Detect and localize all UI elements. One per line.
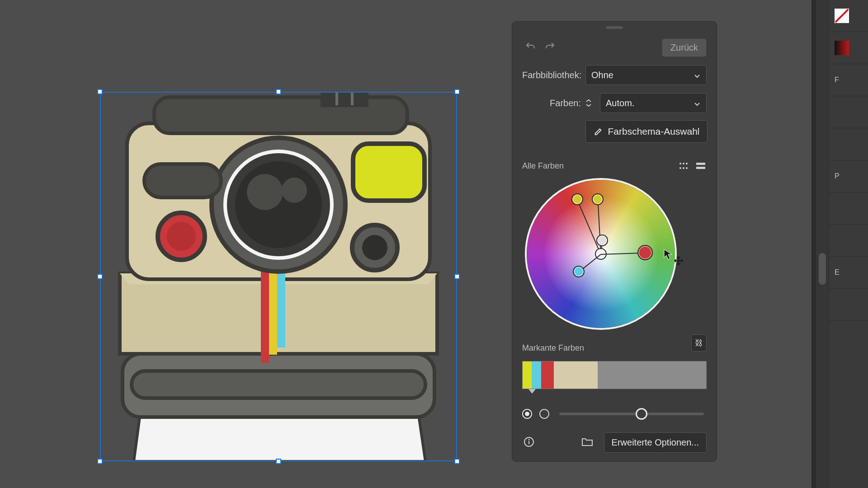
dock-panel-stub[interactable]: [829, 289, 868, 321]
svg-point-25: [362, 235, 387, 260]
advanced-options-button[interactable]: Erweiterte Optionen...: [604, 432, 707, 453]
dock-panel-stub[interactable]: E: [829, 257, 868, 289]
library-dropdown[interactable]: Ohne: [585, 65, 707, 85]
color-theme-picker-button[interactable]: Farbschema-Auswahl: [585, 120, 708, 143]
brightness-radio-a[interactable]: [522, 409, 532, 419]
wheel-mode-bars-icon[interactable]: [695, 161, 707, 171]
undo-button[interactable]: [522, 39, 538, 56]
resize-handle-tl[interactable]: [97, 89, 103, 94]
eyedropper-icon: [593, 126, 603, 138]
prominent-colors-caret[interactable]: [528, 389, 536, 394]
svg-point-23: [167, 222, 196, 251]
dock-panel-stub[interactable]: F: [829, 64, 868, 96]
wheel-mode-dots-icon[interactable]: [678, 161, 689, 171]
reset-button[interactable]: Zurück: [662, 38, 707, 57]
svg-rect-12: [269, 268, 277, 355]
dock-panel-stub[interactable]: [829, 32, 868, 64]
chevron-down-icon: [693, 71, 701, 79]
wheel-node-yellow-1[interactable]: [571, 193, 583, 205]
svg-point-30: [683, 167, 684, 169]
prominent-color-swatch[interactable]: [523, 361, 532, 389]
dock-panel-stub[interactable]: [829, 96, 868, 128]
svg-point-26: [679, 163, 681, 164]
brightness-radio-b[interactable]: [539, 409, 549, 419]
color-wheel[interactable]: [525, 178, 677, 330]
prominent-color-swatch[interactable]: [532, 361, 541, 389]
resize-handle-bm[interactable]: [276, 459, 281, 464]
brightness-thumb[interactable]: [636, 408, 647, 420]
wheel-node-center-a[interactable]: [596, 235, 608, 246]
redo-icon: [545, 41, 556, 54]
wheel-node-cyan[interactable]: [573, 266, 585, 277]
prominent-colors-bar[interactable]: [522, 361, 707, 389]
brightness-slider[interactable]: [559, 413, 704, 415]
svg-point-36: [528, 439, 530, 440]
library-value: Ohne: [591, 70, 613, 80]
prominent-colors-label: Markante Farben: [522, 343, 707, 353]
undo-icon: [525, 41, 536, 54]
panel-grip[interactable]: [606, 26, 623, 29]
svg-rect-13: [277, 268, 285, 347]
selected-object[interactable]: [100, 92, 457, 461]
svg-point-31: [686, 167, 688, 169]
color-theme-picker-label: Farbschema-Auswahl: [608, 126, 699, 137]
resize-handle-ml[interactable]: [97, 274, 103, 279]
info-icon: [524, 436, 534, 449]
svg-point-27: [683, 163, 684, 164]
colors-stepper[interactable]: [585, 94, 595, 113]
wheel-node-yellow-2[interactable]: [592, 193, 604, 205]
prominent-color-swatch[interactable]: [598, 361, 706, 389]
colors-value: Autom.: [606, 98, 634, 108]
chevron-down-icon: [693, 99, 701, 107]
prominent-color-swatch[interactable]: [541, 361, 554, 389]
svg-rect-8: [321, 92, 368, 107]
dock-panel-stub[interactable]: [829, 225, 868, 257]
resize-handle-mr[interactable]: [454, 274, 460, 279]
svg-rect-11: [261, 268, 269, 363]
svg-rect-32: [696, 163, 705, 165]
dock-panel-stub[interactable]: P: [829, 160, 868, 192]
svg-rect-20: [353, 144, 425, 201]
right-dock[interactable]: FPE: [829, 0, 868, 488]
resize-handle-tr[interactable]: [454, 89, 460, 94]
resize-handle-bl[interactable]: [97, 459, 103, 464]
dock-panel-stub[interactable]: [829, 0, 868, 32]
info-button[interactable]: [522, 436, 536, 450]
recolor-panel[interactable]: Zurück Farbbibliothek: Ohne Farben: Auto…: [512, 21, 717, 462]
svg-point-28: [686, 163, 688, 164]
svg-point-29: [679, 167, 681, 169]
artwork-camera[interactable]: [100, 92, 457, 461]
save-group-button[interactable]: [580, 436, 594, 450]
redo-button[interactable]: [542, 39, 558, 56]
svg-rect-3: [132, 371, 425, 398]
colors-dropdown[interactable]: Autom.: [600, 93, 707, 113]
svg-point-18: [247, 174, 283, 210]
colors-label: Farben:: [522, 98, 581, 108]
dock-panel-stub[interactable]: [829, 128, 868, 160]
no-fill-swatch-icon: [835, 9, 849, 23]
wheel-node-red[interactable]: [637, 245, 653, 260]
svg-rect-7: [154, 97, 407, 133]
link-harmony-toggle[interactable]: ⛓: [691, 334, 707, 352]
gradient-swatch-icon: [835, 41, 849, 55]
prominent-color-swatch[interactable]: [554, 361, 598, 389]
resize-handle-tm[interactable]: [276, 89, 281, 94]
library-label: Farbbibliothek:: [522, 70, 581, 80]
dock-panel-stub[interactable]: [829, 192, 868, 225]
svg-point-17: [235, 161, 322, 248]
all-colors-label: Alle Farben: [522, 161, 564, 171]
scrollbar-thumb[interactable]: [819, 253, 826, 285]
dock-separator: [811, 0, 816, 488]
svg-rect-21: [144, 164, 221, 197]
resize-handle-br[interactable]: [454, 459, 460, 464]
svg-point-19: [282, 178, 307, 203]
svg-rect-33: [696, 167, 705, 169]
folder-icon: [581, 437, 593, 449]
panel-scrollbar[interactable]: [816, 0, 829, 488]
